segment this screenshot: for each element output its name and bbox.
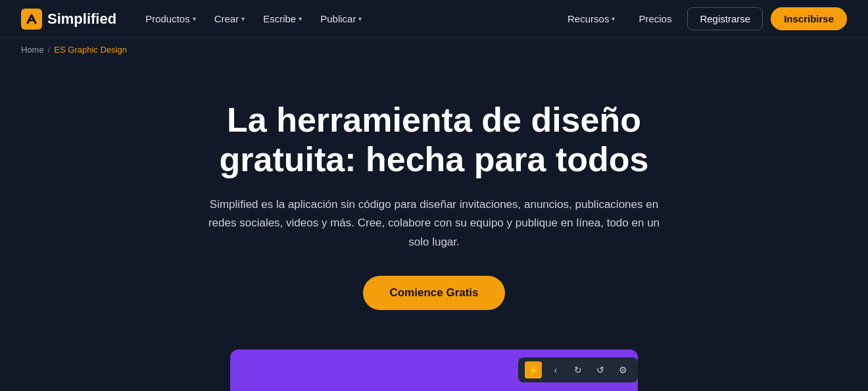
logo[interactable]: Simplified bbox=[21, 9, 116, 30]
preview-card: ⚡ ‹ ↻ ↺ ⚙ bbox=[230, 350, 638, 391]
toolbar-undo-icon[interactable]: ↻ bbox=[569, 361, 587, 378]
toolbar-lightning-icon[interactable]: ⚡ bbox=[525, 361, 542, 378]
preview-section: ⚡ ‹ ↻ ↺ ⚙ bbox=[0, 350, 868, 391]
logo-icon bbox=[21, 9, 42, 30]
chevron-down-icon: ▾ bbox=[193, 15, 196, 22]
nav-links: Productos ▾ Crear ▾ Escribe ▾ Publicar ▾ bbox=[137, 8, 560, 30]
preview-toolbar: ⚡ ‹ ↻ ↺ ⚙ bbox=[518, 357, 638, 382]
hero-subtitle: Simplified es la aplicación sin código p… bbox=[204, 195, 664, 253]
hero-section: La herramienta de diseño gratuita: hecha… bbox=[0, 61, 868, 336]
nav-escribe[interactable]: Escribe ▾ bbox=[255, 8, 310, 30]
nav-recursos[interactable]: Recursos ▾ bbox=[560, 8, 623, 30]
breadcrumb-current: ES Graphic Design bbox=[54, 45, 127, 55]
nav-crear[interactable]: Crear ▾ bbox=[206, 8, 253, 30]
chevron-down-icon: ▾ bbox=[612, 15, 615, 22]
signup-button[interactable]: Inscribirse bbox=[771, 7, 847, 30]
nav-productos[interactable]: Productos ▾ bbox=[137, 8, 204, 30]
svg-rect-0 bbox=[21, 9, 42, 30]
chevron-down-icon: ▾ bbox=[299, 15, 302, 22]
chevron-down-icon: ▾ bbox=[241, 15, 245, 22]
toolbar-back-icon[interactable]: ‹ bbox=[547, 361, 564, 378]
nav-right: Recursos ▾ Precios Registrarse Inscribir… bbox=[560, 7, 847, 30]
register-button[interactable]: Registrarse bbox=[687, 7, 763, 30]
breadcrumb: Home / ES Graphic Design bbox=[0, 38, 868, 61]
toolbar-settings-icon[interactable]: ⚙ bbox=[614, 361, 631, 378]
brand-name: Simplified bbox=[47, 11, 116, 28]
breadcrumb-separator: / bbox=[48, 45, 51, 55]
breadcrumb-home[interactable]: Home bbox=[21, 45, 44, 55]
nav-publicar[interactable]: Publicar ▾ bbox=[312, 8, 370, 30]
chevron-down-icon: ▾ bbox=[358, 15, 362, 22]
navbar: Simplified Productos ▾ Crear ▾ Escribe ▾… bbox=[0, 0, 868, 38]
nav-precios[interactable]: Precios bbox=[631, 8, 679, 30]
toolbar-redo-icon[interactable]: ↺ bbox=[592, 361, 609, 378]
hero-title: La herramienta de diseño gratuita: hecha… bbox=[164, 101, 704, 180]
cta-button[interactable]: Comience Gratis bbox=[363, 276, 504, 310]
